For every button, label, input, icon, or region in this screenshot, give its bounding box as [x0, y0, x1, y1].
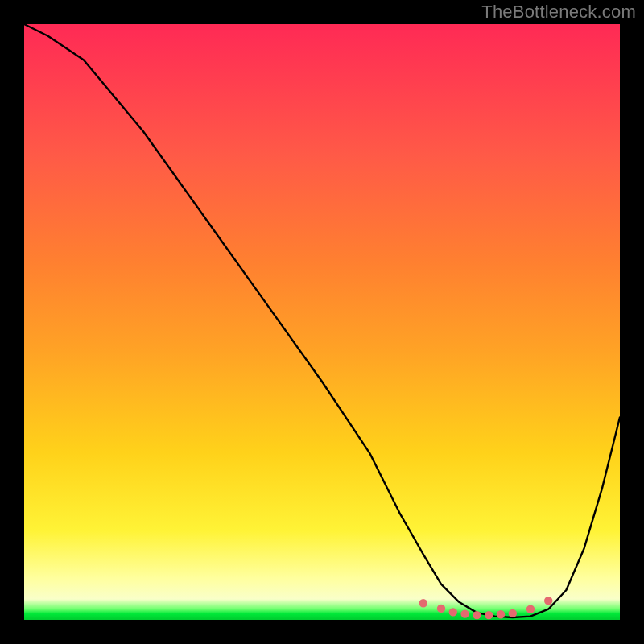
- marker-dot: [437, 605, 445, 613]
- marker-dot: [526, 605, 535, 613]
- marker-dot: [509, 609, 517, 617]
- marker-dot: [544, 597, 552, 605]
- marker-dot: [497, 610, 505, 618]
- bottleneck-curve: [24, 24, 620, 617]
- chart-gradient-area: [24, 24, 620, 620]
- marker-dot: [485, 611, 493, 619]
- marker-dot: [419, 599, 427, 607]
- chart-svg: [24, 24, 620, 620]
- marker-dot: [449, 608, 457, 616]
- chart-frame: [19, 19, 625, 625]
- marker-dot: [473, 611, 481, 619]
- marker-dot: [460, 609, 469, 617]
